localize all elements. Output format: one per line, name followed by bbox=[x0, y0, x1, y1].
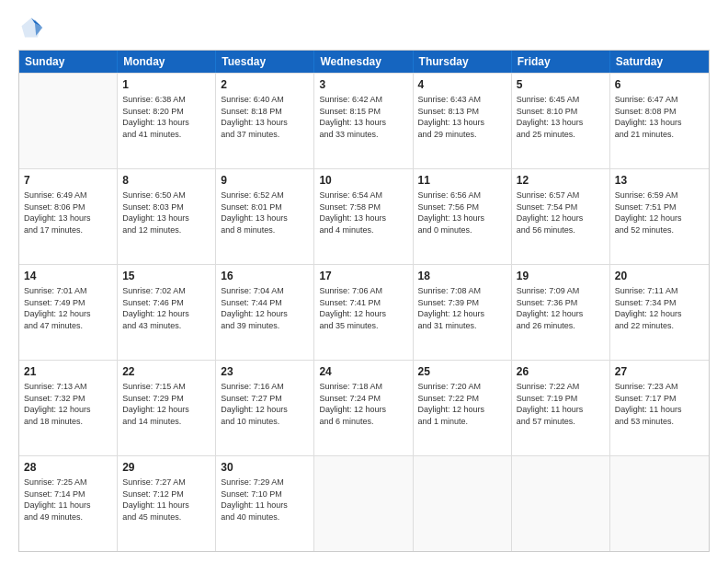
page: SundayMondayTuesdayWednesdayThursdayFrid… bbox=[0, 0, 728, 563]
calendar-day-25: 25Sunrise: 7:20 AM Sunset: 7:22 PM Dayli… bbox=[414, 361, 512, 455]
day-info: Sunrise: 7:04 AM Sunset: 7:44 PM Dayligh… bbox=[221, 285, 309, 331]
day-number: 2 bbox=[221, 77, 309, 92]
day-number: 6 bbox=[615, 77, 704, 92]
day-info: Sunrise: 7:13 AM Sunset: 7:32 PM Dayligh… bbox=[24, 381, 112, 427]
day-info: Sunrise: 7:23 AM Sunset: 7:17 PM Dayligh… bbox=[615, 381, 704, 427]
calendar-day-2: 2Sunrise: 6:40 AM Sunset: 8:18 PM Daylig… bbox=[216, 74, 314, 168]
day-info: Sunrise: 6:54 AM Sunset: 7:58 PM Dayligh… bbox=[319, 190, 407, 236]
calendar-day-26: 26Sunrise: 7:22 AM Sunset: 7:19 PM Dayli… bbox=[512, 361, 610, 455]
day-info: Sunrise: 6:50 AM Sunset: 8:03 PM Dayligh… bbox=[122, 190, 210, 236]
day-number: 23 bbox=[221, 364, 309, 379]
calendar-day-9: 9Sunrise: 6:52 AM Sunset: 8:01 PM Daylig… bbox=[216, 169, 314, 264]
day-number: 21 bbox=[24, 364, 112, 379]
day-info: Sunrise: 6:59 AM Sunset: 7:51 PM Dayligh… bbox=[615, 190, 704, 236]
day-number: 30 bbox=[221, 460, 309, 475]
calendar-day-17: 17Sunrise: 7:06 AM Sunset: 7:41 PM Dayli… bbox=[314, 265, 413, 360]
calendar-day-28: 28Sunrise: 7:25 AM Sunset: 7:14 PM Dayli… bbox=[19, 456, 118, 551]
calendar-row-5: 28Sunrise: 7:25 AM Sunset: 7:14 PM Dayli… bbox=[19, 455, 709, 551]
day-number: 1 bbox=[122, 77, 210, 92]
calendar-row-1: 1Sunrise: 6:38 AM Sunset: 8:20 PM Daylig… bbox=[19, 73, 709, 168]
day-info: Sunrise: 6:49 AM Sunset: 8:06 PM Dayligh… bbox=[24, 190, 112, 236]
day-info: Sunrise: 7:08 AM Sunset: 7:39 PM Dayligh… bbox=[418, 285, 506, 331]
calendar-day-19: 19Sunrise: 7:09 AM Sunset: 7:36 PM Dayli… bbox=[512, 265, 610, 360]
header-day-wednesday: Wednesday bbox=[314, 51, 413, 73]
calendar-day-22: 22Sunrise: 7:15 AM Sunset: 7:29 PM Dayli… bbox=[118, 361, 216, 455]
calendar-day-13: 13Sunrise: 6:59 AM Sunset: 7:51 PM Dayli… bbox=[610, 169, 709, 264]
calendar-day-16: 16Sunrise: 7:04 AM Sunset: 7:44 PM Dayli… bbox=[216, 265, 314, 360]
day-info: Sunrise: 6:56 AM Sunset: 7:56 PM Dayligh… bbox=[418, 190, 506, 236]
day-info: Sunrise: 6:47 AM Sunset: 8:08 PM Dayligh… bbox=[615, 94, 704, 140]
calendar-row-3: 14Sunrise: 7:01 AM Sunset: 7:49 PM Dayli… bbox=[19, 264, 709, 360]
header-day-saturday: Saturday bbox=[610, 51, 709, 73]
day-info: Sunrise: 7:15 AM Sunset: 7:29 PM Dayligh… bbox=[122, 381, 210, 427]
day-number: 18 bbox=[418, 269, 506, 283]
header-day-friday: Friday bbox=[512, 51, 610, 73]
day-info: Sunrise: 7:20 AM Sunset: 7:22 PM Dayligh… bbox=[418, 381, 506, 427]
calendar-day-11: 11Sunrise: 6:56 AM Sunset: 7:56 PM Dayli… bbox=[414, 169, 512, 264]
day-number: 28 bbox=[24, 460, 112, 475]
day-info: Sunrise: 6:40 AM Sunset: 8:18 PM Dayligh… bbox=[221, 94, 309, 140]
day-info: Sunrise: 7:18 AM Sunset: 7:24 PM Dayligh… bbox=[319, 381, 407, 427]
day-info: Sunrise: 6:45 AM Sunset: 8:10 PM Dayligh… bbox=[517, 94, 605, 140]
calendar-day-15: 15Sunrise: 7:02 AM Sunset: 7:46 PM Dayli… bbox=[118, 265, 216, 360]
day-info: Sunrise: 6:57 AM Sunset: 7:54 PM Dayligh… bbox=[517, 190, 605, 236]
day-info: Sunrise: 7:25 AM Sunset: 7:14 PM Dayligh… bbox=[24, 477, 112, 523]
calendar-day-12: 12Sunrise: 6:57 AM Sunset: 7:54 PM Dayli… bbox=[512, 169, 610, 264]
day-info: Sunrise: 7:22 AM Sunset: 7:19 PM Dayligh… bbox=[517, 381, 605, 427]
calendar-day-21: 21Sunrise: 7:13 AM Sunset: 7:32 PM Dayli… bbox=[19, 361, 118, 455]
header-day-tuesday: Tuesday bbox=[216, 51, 314, 73]
day-number: 17 bbox=[319, 269, 407, 283]
day-info: Sunrise: 6:43 AM Sunset: 8:13 PM Dayligh… bbox=[418, 94, 506, 140]
calendar-day-5: 5Sunrise: 6:45 AM Sunset: 8:10 PM Daylig… bbox=[512, 74, 610, 168]
day-number: 7 bbox=[24, 173, 112, 188]
day-info: Sunrise: 6:38 AM Sunset: 8:20 PM Dayligh… bbox=[122, 94, 210, 140]
day-number: 15 bbox=[122, 269, 210, 283]
calendar-row-2: 7Sunrise: 6:49 AM Sunset: 8:06 PM Daylig… bbox=[19, 168, 709, 264]
calendar-day-3: 3Sunrise: 6:42 AM Sunset: 8:15 PM Daylig… bbox=[314, 74, 413, 168]
day-info: Sunrise: 7:29 AM Sunset: 7:10 PM Dayligh… bbox=[221, 477, 309, 523]
calendar-day-18: 18Sunrise: 7:08 AM Sunset: 7:39 PM Dayli… bbox=[414, 265, 512, 360]
day-number: 20 bbox=[615, 269, 704, 283]
day-info: Sunrise: 7:06 AM Sunset: 7:41 PM Dayligh… bbox=[319, 285, 407, 331]
calendar-day-4: 4Sunrise: 6:43 AM Sunset: 8:13 PM Daylig… bbox=[414, 74, 512, 168]
header bbox=[18, 15, 710, 40]
calendar-empty-cell bbox=[19, 74, 118, 168]
day-info: Sunrise: 7:01 AM Sunset: 7:49 PM Dayligh… bbox=[24, 285, 112, 331]
day-number: 14 bbox=[24, 269, 112, 283]
calendar-day-30: 30Sunrise: 7:29 AM Sunset: 7:10 PM Dayli… bbox=[216, 456, 314, 551]
calendar-day-14: 14Sunrise: 7:01 AM Sunset: 7:49 PM Dayli… bbox=[19, 265, 118, 360]
day-number: 22 bbox=[122, 364, 210, 379]
day-info: Sunrise: 6:52 AM Sunset: 8:01 PM Dayligh… bbox=[221, 190, 309, 236]
calendar-empty-cell bbox=[314, 456, 413, 551]
calendar-day-8: 8Sunrise: 6:50 AM Sunset: 8:03 PM Daylig… bbox=[118, 169, 216, 264]
day-number: 9 bbox=[221, 173, 309, 188]
day-number: 3 bbox=[319, 77, 407, 92]
calendar-body: 1Sunrise: 6:38 AM Sunset: 8:20 PM Daylig… bbox=[19, 73, 709, 551]
calendar: SundayMondayTuesdayWednesdayThursdayFrid… bbox=[18, 50, 710, 552]
calendar-day-10: 10Sunrise: 6:54 AM Sunset: 7:58 PM Dayli… bbox=[314, 169, 413, 264]
day-number: 5 bbox=[517, 77, 605, 92]
logo bbox=[18, 15, 48, 40]
day-number: 24 bbox=[319, 364, 407, 379]
calendar-empty-cell bbox=[512, 456, 610, 551]
header-day-thursday: Thursday bbox=[414, 51, 512, 73]
day-number: 19 bbox=[517, 269, 605, 283]
logo-icon bbox=[18, 15, 44, 40]
calendar-day-1: 1Sunrise: 6:38 AM Sunset: 8:20 PM Daylig… bbox=[118, 74, 216, 168]
day-info: Sunrise: 7:11 AM Sunset: 7:34 PM Dayligh… bbox=[615, 285, 704, 331]
day-number: 12 bbox=[517, 173, 605, 188]
day-number: 27 bbox=[615, 364, 704, 379]
calendar-day-7: 7Sunrise: 6:49 AM Sunset: 8:06 PM Daylig… bbox=[19, 169, 118, 264]
day-number: 8 bbox=[122, 173, 210, 188]
day-info: Sunrise: 7:09 AM Sunset: 7:36 PM Dayligh… bbox=[517, 285, 605, 331]
calendar-empty-cell bbox=[610, 456, 709, 551]
day-number: 11 bbox=[418, 173, 506, 188]
calendar-day-24: 24Sunrise: 7:18 AM Sunset: 7:24 PM Dayli… bbox=[314, 361, 413, 455]
calendar-empty-cell bbox=[414, 456, 512, 551]
calendar-day-6: 6Sunrise: 6:47 AM Sunset: 8:08 PM Daylig… bbox=[610, 74, 709, 168]
header-day-sunday: Sunday bbox=[19, 51, 118, 73]
day-info: Sunrise: 7:02 AM Sunset: 7:46 PM Dayligh… bbox=[122, 285, 210, 331]
calendar-header: SundayMondayTuesdayWednesdayThursdayFrid… bbox=[19, 51, 709, 73]
day-number: 13 bbox=[615, 173, 704, 188]
calendar-day-29: 29Sunrise: 7:27 AM Sunset: 7:12 PM Dayli… bbox=[118, 456, 216, 551]
